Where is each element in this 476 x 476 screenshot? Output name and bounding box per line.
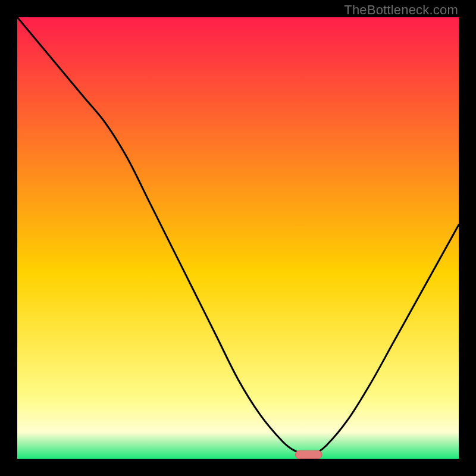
chart-frame: TheBottleneck.com [0,0,476,476]
optimal-marker [295,451,322,459]
watermark-text: TheBottleneck.com [344,2,458,18]
gradient-background [17,17,459,459]
bottleneck-chart [17,17,459,459]
